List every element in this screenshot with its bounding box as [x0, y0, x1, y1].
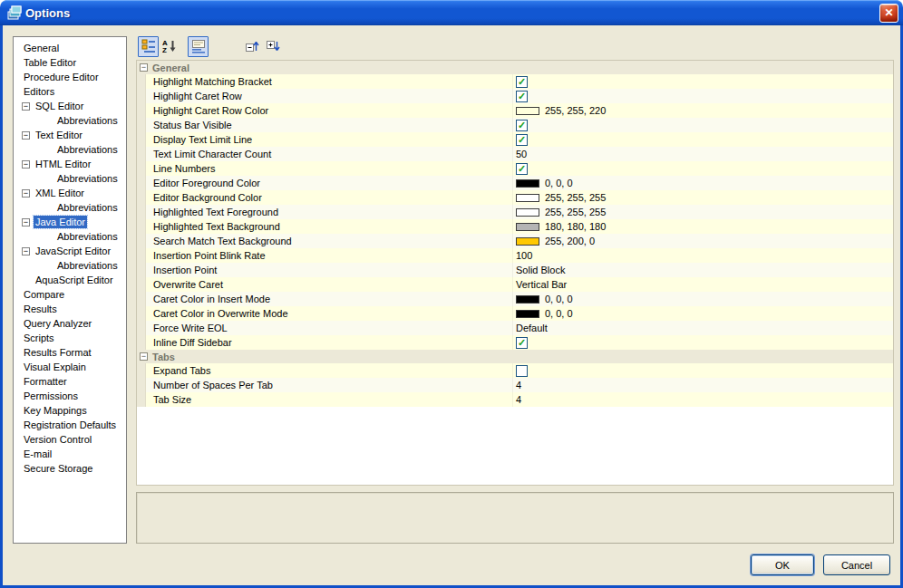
color-swatch[interactable] — [516, 179, 539, 188]
checkbox-checked[interactable]: ✓ — [516, 120, 528, 131]
collapse-icon[interactable]: − — [22, 189, 30, 198]
property-value[interactable]: 255, 255, 255 — [512, 190, 893, 205]
property-value[interactable]: 0, 0, 0 — [512, 176, 893, 190]
sidebar-item-key-mappings[interactable]: Key Mappings — [14, 403, 126, 418]
row-gutter — [137, 277, 146, 292]
prop-row-editor-foreground-color: Editor Foreground Color0, 0, 0 — [137, 176, 893, 190]
color-swatch[interactable] — [516, 237, 539, 246]
property-value[interactable]: 4 — [512, 378, 893, 392]
sidebar-item-label: Table Editor — [22, 56, 78, 69]
sidebar-item-label: Procedure Editor — [22, 71, 101, 83]
sidebar-item-abbreviations[interactable]: Abbreviations — [14, 258, 126, 273]
sidebar-item-table-editor[interactable]: Table Editor — [14, 55, 126, 70]
color-swatch[interactable] — [516, 310, 539, 318]
property-label: Insertion Point Blink Rate — [146, 250, 512, 261]
collapse-icon[interactable]: − — [22, 247, 30, 255]
collapse-section-icon[interactable]: − — [140, 352, 148, 361]
close-button[interactable]: ✕ — [879, 4, 898, 23]
sidebar-item-compare[interactable]: Compare — [14, 287, 126, 302]
sidebar-item-visual-explain[interactable]: Visual Explain — [14, 360, 126, 374]
checkbox-checked[interactable]: ✓ — [516, 76, 528, 88]
collapse-all-button[interactable] — [241, 36, 262, 57]
ok-button[interactable]: OK — [751, 554, 814, 575]
color-swatch[interactable] — [516, 107, 539, 115]
property-value[interactable]: 0, 0, 0 — [512, 292, 893, 306]
property-value[interactable]: 4 — [512, 392, 893, 407]
sidebar-item-procedure-editor[interactable]: Procedure Editor — [14, 70, 126, 84]
sidebar-item-xml-editor[interactable]: −XML Editor — [14, 186, 126, 200]
collapse-icon[interactable]: − — [22, 131, 30, 140]
property-value[interactable]: 180, 180, 180 — [512, 219, 893, 234]
checkbox-unchecked[interactable] — [516, 365, 528, 377]
sidebar-item-results-format[interactable]: Results Format — [14, 345, 126, 360]
sort-alphabetical-button[interactable]: A Z — [159, 36, 180, 57]
sidebar-item-text-editor[interactable]: −Text Editor — [14, 128, 126, 142]
cancel-button[interactable]: Cancel — [823, 554, 890, 575]
sidebar-item-general[interactable]: General — [14, 41, 126, 55]
property-value[interactable]: ✓ — [512, 161, 893, 176]
checkbox-checked[interactable]: ✓ — [516, 91, 528, 102]
checkbox-checked[interactable]: ✓ — [516, 134, 528, 146]
row-gutter — [137, 363, 146, 378]
property-value[interactable]: ✓ — [512, 118, 893, 132]
sidebar-item-registration-defaults[interactable]: Registration Defaults — [14, 418, 126, 432]
property-value[interactable]: 255, 255, 255 — [512, 205, 893, 219]
sidebar-item-version-control[interactable]: Version Control — [14, 432, 126, 447]
sidebar-item-label: Abbreviations — [55, 259, 120, 272]
collapse-icon[interactable]: − — [22, 218, 30, 227]
property-value[interactable]: ✓ — [512, 335, 893, 350]
property-value[interactable]: 255, 255, 220 — [512, 103, 893, 118]
row-gutter — [137, 263, 146, 277]
sidebar-item-scripts[interactable]: Scripts — [14, 331, 126, 345]
title-bar[interactable]: Options ✕ — [0, 0, 903, 25]
property-value[interactable]: Vertical Bar — [512, 277, 893, 292]
sidebar-item-abbreviations[interactable]: Abbreviations — [14, 200, 126, 215]
sidebar-item-secure-storage[interactable]: Secure Storage — [14, 461, 126, 476]
property-value[interactable]: ✓ — [512, 74, 893, 89]
collapse-icon[interactable]: − — [22, 102, 30, 111]
sidebar-item-abbreviations[interactable]: Abbreviations — [14, 113, 126, 128]
property-value[interactable]: 50 — [512, 147, 893, 161]
collapse-icon[interactable]: − — [22, 160, 30, 169]
property-value[interactable]: Solid Block — [512, 263, 893, 277]
sidebar-item-java-editor[interactable]: −Java Editor — [14, 215, 126, 229]
sidebar-item-abbreviations[interactable]: Abbreviations — [14, 142, 126, 157]
sidebar-item-formatter[interactable]: Formatter — [14, 374, 126, 389]
sidebar-item-label: Abbreviations — [55, 172, 120, 185]
collapse-section-icon[interactable]: − — [140, 63, 148, 72]
property-value[interactable]: 100 — [512, 248, 893, 263]
section-header-general[interactable]: −General — [137, 61, 893, 74]
sidebar-item-e-mail[interactable]: E-mail — [14, 447, 126, 461]
sidebar-item-query-analyzer[interactable]: Query Analyzer — [14, 316, 126, 331]
property-value[interactable]: 0, 0, 0 — [512, 306, 893, 321]
prop-row-display-text-limit-line: Display Text Limit Line✓ — [137, 132, 893, 147]
checkbox-checked[interactable]: ✓ — [516, 163, 528, 175]
sidebar-item-aquascript-editor[interactable]: AquaScript Editor — [14, 273, 126, 287]
property-value[interactable]: ✓ — [512, 89, 893, 103]
sidebar-item-javascript-editor[interactable]: −JavaScript Editor — [14, 244, 126, 258]
row-gutter — [137, 89, 146, 103]
property-value[interactable]: Default — [512, 321, 893, 335]
sidebar-item-abbreviations[interactable]: Abbreviations — [14, 229, 126, 244]
show-description-button[interactable] — [188, 36, 209, 57]
property-value[interactable] — [512, 363, 893, 378]
sidebar-item-label: Text Editor — [34, 129, 84, 141]
expand-all-button[interactable] — [262, 36, 283, 57]
sidebar-item-permissions[interactable]: Permissions — [14, 389, 126, 403]
sidebar-item-sql-editor[interactable]: −SQL Editor — [14, 99, 126, 113]
property-value[interactable]: 255, 200, 0 — [512, 234, 893, 248]
sidebar-item-editors[interactable]: Editors — [14, 84, 126, 99]
sidebar-item-abbreviations[interactable]: Abbreviations — [14, 171, 126, 186]
color-swatch[interactable] — [516, 194, 539, 202]
color-swatch[interactable] — [516, 295, 539, 304]
checkbox-checked[interactable]: ✓ — [516, 337, 528, 349]
section-header-tabs[interactable]: −Tabs — [137, 350, 893, 363]
categorized-view-button[interactable] — [138, 36, 159, 57]
color-swatch[interactable] — [516, 223, 539, 231]
sidebar-item-label: Visual Explain — [22, 361, 88, 373]
color-swatch[interactable] — [516, 208, 539, 217]
sidebar-item-label: AquaScript Editor — [34, 274, 115, 286]
sidebar-item-results[interactable]: Results — [14, 302, 126, 316]
property-value[interactable]: ✓ — [512, 132, 893, 147]
sidebar-item-html-editor[interactable]: −HTML Editor — [14, 157, 126, 171]
